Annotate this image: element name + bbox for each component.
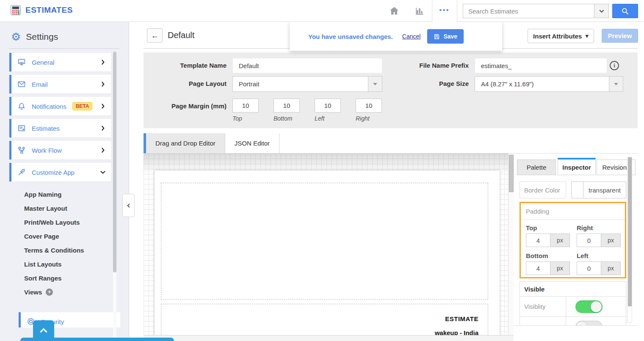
- file-name-prefix-input[interactable]: [475, 58, 607, 73]
- estimate-heading: ESTIMATE: [161, 315, 478, 322]
- scrollbar-thumb[interactable]: [628, 157, 632, 306]
- sidebar-collapse-handle[interactable]: [122, 194, 135, 217]
- file-name-prefix-label: File Name Prefix: [385, 62, 469, 69]
- bell-icon: [17, 102, 26, 110]
- chevron-down-icon: [598, 8, 605, 14]
- margin-left-group: Left: [315, 99, 341, 122]
- tab-json-editor[interactable]: JSON Editor: [225, 133, 279, 153]
- settings-header: ⚙ Settings: [0, 22, 129, 48]
- preview-button[interactable]: Preview: [602, 29, 638, 43]
- search-input[interactable]: [463, 4, 594, 18]
- padding-bottom-input[interactable]: [526, 261, 550, 275]
- floppy-disk-icon: [434, 33, 440, 40]
- margin-right-caption: Right: [356, 115, 382, 122]
- padding-left-unit[interactable]: px: [601, 261, 621, 275]
- padding-left-input[interactable]: [577, 261, 601, 275]
- sidebar-item-workflow[interactable]: Work Flow: [9, 141, 111, 160]
- padding-right-group: Right px: [577, 224, 621, 247]
- app-title: ESTIMATES: [25, 6, 73, 15]
- margin-right-group: Right: [356, 99, 382, 122]
- envelope-icon: [17, 80, 26, 88]
- padding-left-label: Left: [577, 252, 621, 259]
- canvas-scrollbar[interactable]: [508, 154, 514, 336]
- inspector-scrollbar[interactable]: [627, 157, 632, 323]
- insert-attributes-button[interactable]: Insert Attributes ▾: [528, 29, 594, 43]
- margin-left-input[interactable]: [315, 99, 341, 113]
- settings-sidebar: ⚙ Settings General Email No: [0, 22, 129, 341]
- app-logo[interactable]: ESTIMATES: [10, 5, 73, 16]
- border-color-picker[interactable]: transparent: [571, 182, 626, 198]
- search-control: [463, 4, 609, 18]
- more-menu-button[interactable]: •••: [432, 0, 457, 22]
- secondary-toggle[interactable]: [575, 321, 603, 326]
- visibility-row: Visiblity: [520, 297, 626, 317]
- margin-top-input[interactable]: [232, 99, 259, 113]
- page-layout-select[interactable]: Portrait: [232, 76, 382, 92]
- border-color-value: transparent: [583, 182, 626, 198]
- caret-down-icon: ▾: [585, 32, 589, 40]
- sidebar-item-email[interactable]: Email: [9, 75, 111, 94]
- next-property-row: [520, 317, 626, 326]
- header-placeholder-block[interactable]: [161, 183, 488, 300]
- company-name: wakeup - India: [161, 329, 478, 336]
- sidebar-item-estimates[interactable]: Estimates: [9, 119, 111, 138]
- canvas-footer-strip: [144, 336, 514, 341]
- chevron-up-icon: [38, 325, 49, 336]
- search-button[interactable]: [612, 4, 638, 18]
- scrollbar-thumb[interactable]: [113, 52, 116, 272]
- page-size-select[interactable]: A4 (8.27" x 11.69"): [475, 76, 623, 92]
- padding-right-label: Right: [577, 224, 621, 231]
- search-scope-dropdown[interactable]: [594, 4, 608, 18]
- padding-right-unit[interactable]: px: [601, 234, 621, 247]
- page-margin-label: Page Margin (mm): [144, 102, 227, 110]
- unsaved-message: You have unsaved changes.: [308, 33, 393, 40]
- template-settings-panel: Template Name Page Layout Portrait Page …: [144, 52, 638, 128]
- tab-palette[interactable]: Palette: [517, 160, 556, 175]
- visibility-toggle[interactable]: [575, 300, 603, 313]
- padding-bottom-group: Bottom px: [526, 252, 570, 275]
- sidebar-item-general[interactable]: General: [9, 53, 111, 72]
- margin-top-group: Top: [232, 99, 259, 122]
- bar-chart-icon[interactable]: [414, 6, 425, 16]
- estimate-doc-icon: [17, 124, 26, 132]
- design-canvas[interactable]: ESTIMATE wakeup - India: [144, 154, 514, 336]
- sidebar-item-notifications[interactable]: Notifications BETA: [9, 97, 111, 116]
- document-page[interactable]: ESTIMATE wakeup - India: [155, 170, 500, 336]
- home-icon[interactable]: [389, 6, 400, 16]
- chevron-right-icon: [99, 146, 107, 154]
- add-view-icon[interactable]: +: [46, 289, 53, 296]
- inspector-panel: Palette Inspector Revisions Border Color…: [514, 154, 638, 326]
- back-button[interactable]: ←: [147, 28, 163, 43]
- padding-top-input[interactable]: [526, 234, 550, 247]
- visible-section-title: Visible: [520, 281, 626, 297]
- template-title: Default: [168, 30, 194, 40]
- search-icon: [621, 7, 629, 15]
- page-size-label: Page Size: [385, 80, 469, 87]
- padding-right-input[interactable]: [577, 234, 601, 247]
- tab-drag-and-drop-editor[interactable]: Drag and Drop Editor: [146, 133, 225, 153]
- sidebar-item-customize-app[interactable]: Customize App: [9, 163, 111, 182]
- padding-top-unit[interactable]: px: [550, 234, 570, 247]
- scrollbar-thumb[interactable]: [509, 155, 514, 192]
- margin-left-caption: Left: [315, 115, 341, 122]
- unsaved-changes-banner: You have unsaved changes. Cancel Save: [290, 22, 502, 51]
- top-bar: ESTIMATES •••: [0, 0, 644, 22]
- color-swatch[interactable]: [572, 182, 583, 198]
- margin-right-input[interactable]: [356, 99, 382, 113]
- padding-bottom-unit[interactable]: px: [550, 261, 570, 275]
- calculator-icon: [10, 5, 21, 16]
- sidebar-scrollbar[interactable]: [113, 52, 116, 341]
- padding-left-group: Left px: [577, 252, 621, 275]
- margin-bottom-input[interactable]: [274, 99, 300, 113]
- cancel-link[interactable]: Cancel: [402, 33, 421, 40]
- estimate-header-block[interactable]: ESTIMATE wakeup - India: [161, 304, 488, 336]
- margin-bottom-group: Bottom: [274, 99, 300, 122]
- chevron-left-icon: [126, 203, 132, 209]
- info-icon[interactable]: i: [610, 61, 619, 70]
- border-color-label: Border Color: [520, 182, 566, 198]
- wrench-icon: [17, 168, 26, 176]
- scroll-to-top-button[interactable]: [33, 320, 54, 341]
- template-name-input[interactable]: [232, 58, 382, 73]
- tab-inspector[interactable]: Inspector: [558, 158, 596, 175]
- save-button[interactable]: Save: [427, 29, 464, 44]
